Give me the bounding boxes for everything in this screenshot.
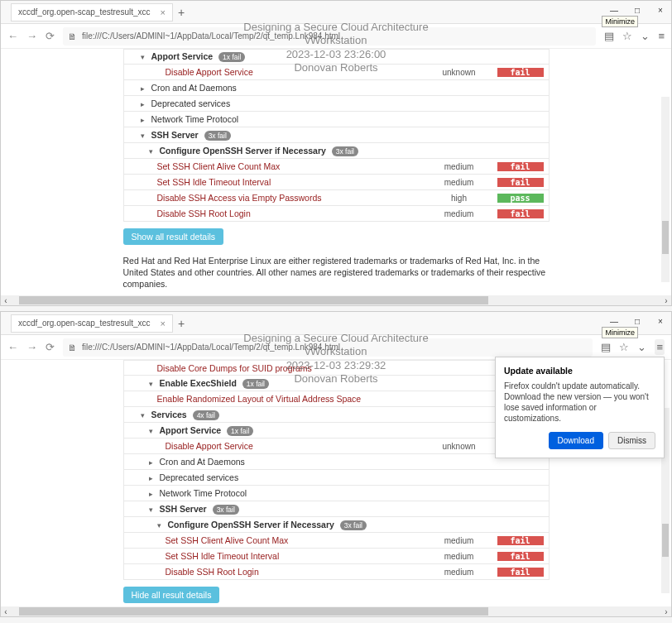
section-row[interactable]: ▾SSH Server 3x fail: [123, 501, 550, 517]
section-row[interactable]: ▾Configure OpenSSH Server if Necessary 3…: [123, 517, 550, 533]
fail-badge: 3x fail: [332, 146, 358, 156]
rule-title[interactable]: Disable SSH Access via Empty Passwords: [157, 193, 322, 203]
hide-all-button[interactable]: Hide all result details: [123, 587, 220, 603]
bookmark-icon[interactable]: ☆: [622, 30, 632, 42]
pocket-icon[interactable]: ⌄: [641, 30, 650, 42]
section-row[interactable]: ▸Cron and At Daemons: [123, 80, 550, 96]
trademark-footer: Red Hat and Red Hat Enterprise Linux are…: [123, 255, 550, 290]
minimize-button[interactable]: —: [607, 314, 622, 328]
maximize-button[interactable]: □: [630, 3, 645, 17]
bookmark-icon[interactable]: ☆: [619, 341, 629, 353]
section-row[interactable]: ▾SSH Server 3x fail: [123, 127, 550, 143]
section-title: SSH Server: [151, 130, 201, 140]
section-row[interactable]: ▾Enable ExecShield 1x fail: [123, 376, 550, 391]
toggle-icon[interactable]: ▸: [141, 100, 149, 108]
section-row[interactable]: ▾Configure OpenSSH Server if Necessary 3…: [123, 143, 550, 159]
toggle-icon[interactable]: ▾: [149, 506, 157, 514]
toggle-icon[interactable]: ▸: [141, 116, 149, 124]
minimize-tooltip: Minimize: [602, 16, 638, 27]
titlebar: xccdf_org.open-scap_testresult_xcc × + —…: [1, 312, 671, 335]
reader-icon[interactable]: ▤: [604, 30, 614, 42]
reload-button[interactable]: ⟳: [46, 30, 55, 42]
rule-title[interactable]: Enable Randomized Layout of Virtual Addr…: [157, 394, 362, 404]
toggle-icon[interactable]: ▸: [141, 84, 149, 93]
section-title: Deprecated services: [160, 472, 239, 482]
section-title: Configure OpenSSH Server if Necessary: [168, 520, 337, 530]
severity-cell: unknown: [426, 68, 492, 77]
section-row[interactable]: ▾Apport Service 1x fail: [123, 423, 550, 438]
close-tab-icon[interactable]: ×: [161, 319, 166, 328]
horizontal-scrollbar[interactable]: ‹›: [1, 606, 671, 616]
menu-icon[interactable]: ≡: [655, 339, 665, 355]
fail-badge: 3x fail: [213, 505, 239, 515]
toggle-icon[interactable]: ▾: [141, 411, 149, 419]
rule-row: Disable SSH Root Loginmediumfail: [123, 206, 550, 222]
toolbar: ← → ⟳ 🗎 file:///C:/Users/ADMINI~1/AppDat…: [1, 24, 671, 49]
section-title: Apport Service: [160, 425, 224, 435]
url-bar[interactable]: 🗎 file:///C:/Users/ADMINI~1/AppData/Loca…: [63, 27, 596, 46]
dismiss-button[interactable]: Dismiss: [608, 432, 655, 449]
window-bottom: xccdf_org.open-scap_testresult_xcc × + —…: [0, 311, 672, 617]
rule-title[interactable]: Disable Apport Service: [166, 441, 253, 451]
tab-title: xccdf_org.open-scap_testresult_xcc: [18, 319, 151, 328]
show-all-button[interactable]: Show all result details: [123, 228, 224, 245]
rule-title[interactable]: Disable SSH Root Login: [166, 567, 259, 577]
rule-row: Disable SSH Access via Empty Passwordshi…: [123, 190, 550, 206]
report-table: Disable Core Dumps for SUID programs▾Ena…: [123, 360, 550, 605]
toggle-icon[interactable]: ▾: [149, 427, 157, 435]
toggle-icon[interactable]: ▸: [149, 458, 157, 467]
rule-title[interactable]: Set SSH Idle Timeout Interval: [157, 177, 271, 187]
vertical-scrollbar[interactable]: [661, 97, 670, 282]
section-row[interactable]: ▸Network Time Protocol: [123, 486, 550, 501]
section-row[interactable]: ▸Deprecated services: [123, 470, 550, 486]
rule-title[interactable]: Disable SSH Root Login: [157, 208, 251, 218]
toggle-icon[interactable]: ▾: [141, 53, 149, 61]
fail-badge: 3x fail: [204, 131, 231, 141]
rule-title[interactable]: Set SSH Idle Timeout Interval: [166, 551, 280, 561]
toggle-icon[interactable]: ▾: [149, 380, 157, 388]
status-badge: fail: [497, 536, 544, 545]
close-window-button[interactable]: ×: [653, 314, 668, 328]
fail-badge: 1x fail: [242, 379, 269, 389]
back-button[interactable]: ←: [7, 30, 18, 42]
section-title: Network Time Protocol: [160, 488, 247, 498]
toggle-icon[interactable]: ▸: [149, 474, 157, 482]
forward-button[interactable]: →: [26, 341, 37, 353]
rule-title[interactable]: Disable Core Dumps for SUID programs: [157, 363, 312, 373]
toggle-icon[interactable]: ▸: [149, 490, 157, 498]
back-button[interactable]: ←: [7, 341, 18, 353]
rule-title[interactable]: Set SSH Client Alive Count Max: [166, 535, 289, 545]
reload-button[interactable]: ⟳: [46, 341, 55, 353]
browser-tab[interactable]: xccdf_org.open-scap_testresult_xcc ×: [11, 314, 173, 333]
url-bar[interactable]: 🗎 file:///C:/Users/ADMINI~1/AppData/Loca…: [63, 338, 593, 357]
minimize-button[interactable]: —: [607, 3, 622, 17]
rule-row: Disable Apport Serviceunknownfail: [123, 438, 550, 454]
new-tab-button[interactable]: +: [178, 6, 185, 19]
new-tab-button[interactable]: +: [178, 317, 185, 330]
section-title: Cron and At Daemons: [160, 457, 245, 467]
download-button[interactable]: Download: [549, 432, 603, 449]
close-window-button[interactable]: ×: [653, 3, 668, 17]
forward-button[interactable]: →: [26, 30, 37, 42]
horizontal-scrollbar[interactable]: ‹›: [1, 295, 671, 305]
rule-title[interactable]: Disable Apport Service: [166, 67, 253, 77]
toggle-icon[interactable]: ▾: [149, 147, 157, 156]
report-table: ▾Apport Service 1x failDisable Apport Se…: [123, 49, 550, 294]
close-tab-icon[interactable]: ×: [161, 7, 166, 17]
status-badge: fail: [497, 162, 544, 171]
section-row[interactable]: ▾Apport Service 1x fail: [123, 49, 550, 65]
browser-tab[interactable]: xccdf_org.open-scap_testresult_xcc ×: [11, 3, 173, 22]
pocket-icon[interactable]: ⌄: [637, 341, 646, 353]
section-row[interactable]: ▾Services 4x fail: [123, 407, 550, 423]
window-controls: — □ ×: [607, 3, 668, 17]
reader-icon[interactable]: ▤: [601, 341, 611, 353]
toggle-icon[interactable]: ▾: [141, 132, 149, 140]
section-row[interactable]: ▸Network Time Protocol: [123, 112, 550, 127]
section-row[interactable]: ▸Cron and At Daemons: [123, 454, 550, 470]
rule-row: Set SSH Client Alive Count Maxmediumfail: [123, 533, 550, 549]
menu-icon[interactable]: ≡: [658, 30, 665, 42]
toggle-icon[interactable]: ▾: [157, 521, 166, 530]
rule-title[interactable]: Set SSH Client Alive Count Max: [157, 161, 281, 171]
section-row[interactable]: ▸Deprecated services: [123, 96, 550, 112]
maximize-button[interactable]: □: [630, 314, 645, 328]
